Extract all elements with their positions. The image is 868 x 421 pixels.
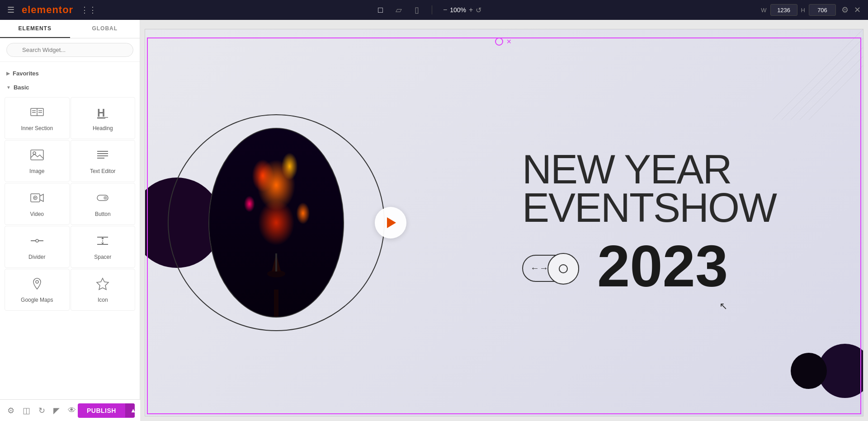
publish-label: PUBLISH <box>78 403 125 418</box>
grid-apps-icon[interactable]: ⋮⋮ <box>80 5 97 15</box>
widget-google-maps[interactable]: Google Maps <box>5 269 70 311</box>
toolbar-center: □ ▱ ▯ − 100% + ↺ <box>376 3 481 17</box>
inner-section-icon <box>30 105 44 122</box>
top-toolbar: ☰ elementor ⋮⋮ □ ▱ ▯ − 100% + ↺ W H ⚙ ✕ <box>0 0 868 20</box>
responsive-icon[interactable]: ◤ <box>52 404 61 417</box>
widget-divider[interactable]: Divider <box>5 226 70 268</box>
widgets-grid: Inner Section H Heading <box>0 94 140 313</box>
elementor-logo: elementor <box>22 4 73 16</box>
slider-arrow-left-icon: ← <box>530 263 539 273</box>
hamburger-menu-icon[interactable]: ☰ <box>7 5 14 15</box>
event-title: NEW YEAR EVENTSHOW <box>522 150 776 228</box>
text-editor-label: Text Editor <box>90 168 116 174</box>
zoom-control: − 100% + ↺ <box>443 6 482 14</box>
year-text: 2023 <box>597 237 728 295</box>
sidebar: ELEMENTS GLOBAL 🔍 ▶ Favorites ▼ Basic <box>0 20 140 421</box>
google-maps-label: Google Maps <box>21 297 53 303</box>
width-input[interactable] <box>770 4 797 16</box>
button-icon <box>95 191 110 207</box>
slider-thumb[interactable] <box>547 253 579 285</box>
svg-line-37 <box>800 29 863 120</box>
divider-icon <box>30 234 44 250</box>
video-icon <box>30 191 44 207</box>
height-label: H <box>801 7 805 14</box>
close-editor-icon[interactable]: ✕ <box>854 5 861 15</box>
svg-marker-29 <box>97 278 108 290</box>
event-title-line2: EVENTSHOW <box>522 189 776 228</box>
widget-button[interactable]: Button <box>71 183 136 225</box>
history-icon[interactable]: ↻ <box>37 404 47 417</box>
category-basic[interactable]: ▼ Basic <box>0 80 140 94</box>
widget-spacer[interactable]: Spacer <box>71 226 136 268</box>
mobile-device-icon[interactable]: ▯ <box>413 3 421 17</box>
main-layout: ELEMENTS GLOBAL 🔍 ▶ Favorites ▼ Basic <box>0 20 868 421</box>
favorites-label: Favorites <box>13 70 39 77</box>
orb-medium-decoration <box>791 353 827 389</box>
bottom-icons: ⚙ ◫ ↻ ◤ 👁 <box>5 404 78 417</box>
slider-track[interactable]: ← → <box>522 255 579 282</box>
spacer-label: Spacer <box>94 254 111 260</box>
svg-point-21 <box>36 239 38 242</box>
settings-bottom-icon[interactable]: ⚙ <box>5 404 16 417</box>
search-input[interactable] <box>6 43 133 57</box>
hero-text-section: NEW YEAR EVENTSHOW ← → 2023 <box>504 29 863 416</box>
svg-point-28 <box>36 281 38 283</box>
widget-text-editor[interactable]: Text Editor <box>71 140 136 182</box>
svg-rect-30 <box>274 290 278 317</box>
settings-icon[interactable]: ⚙ <box>841 5 849 15</box>
tablet-device-icon[interactable]: ▱ <box>394 3 404 17</box>
play-button[interactable] <box>375 207 406 239</box>
handle-close[interactable]: ✕ <box>505 37 513 46</box>
basic-label: Basic <box>14 84 29 91</box>
zoom-in-button[interactable]: + <box>469 6 473 14</box>
heading-icon: H <box>95 105 110 122</box>
widget-heading[interactable]: H Heading <box>71 97 136 139</box>
search-wrapper: 🔍 <box>6 43 133 57</box>
slider-row: ← → 2023 <box>522 241 728 295</box>
svg-marker-17 <box>34 197 37 199</box>
canvas-frame: ✕ <box>145 29 863 416</box>
toolbar-left: ☰ elementor ⋮⋮ <box>7 4 97 16</box>
icon-label: Icon <box>98 297 108 303</box>
dimensions-fields: W H <box>761 4 836 16</box>
svg-text:H: H <box>97 107 105 119</box>
toolbar-divider <box>432 5 432 14</box>
desktop-device-icon[interactable]: □ <box>376 4 385 17</box>
widget-inner-section[interactable]: Inner Section <box>5 97 70 139</box>
category-favorites[interactable]: ▶ Favorites <box>0 66 140 80</box>
slider-thumb-dot <box>559 264 568 273</box>
publish-button[interactable]: PUBLISH ▲ <box>78 403 135 418</box>
widget-icon[interactable]: Icon <box>71 269 136 311</box>
play-triangle-icon <box>387 217 396 228</box>
canvas-content: ✕ <box>145 29 863 416</box>
handle-dot-left[interactable] <box>495 37 503 46</box>
tab-elements[interactable]: ELEMENTS <box>0 20 70 38</box>
slider-arrow-right-icon: → <box>539 263 548 273</box>
basic-arrow-icon: ▼ <box>6 85 11 90</box>
publish-arrow-icon[interactable]: ▲ <box>125 403 135 417</box>
layers-icon[interactable]: ◫ <box>21 404 32 417</box>
toolbar-right: W H ⚙ ✕ <box>761 4 861 16</box>
svg-line-34 <box>773 29 863 120</box>
reset-zoom-icon[interactable]: ↺ <box>476 6 481 14</box>
hero-section <box>145 29 561 416</box>
svg-point-19 <box>104 196 107 200</box>
width-label: W <box>761 7 766 14</box>
canvas-area[interactable]: ✕ <box>140 20 868 421</box>
favorites-arrow-icon: ▶ <box>6 71 10 76</box>
image-label: Image <box>29 168 44 174</box>
sidebar-content: ▶ Favorites ▼ Basic <box>0 62 140 421</box>
preview-icon[interactable]: 👁 <box>66 404 78 417</box>
divider-label: Divider <box>28 254 45 260</box>
inner-section-label: Inner Section <box>21 125 53 131</box>
video-label: Video <box>30 211 44 217</box>
event-title-line1: NEW YEAR <box>522 150 776 189</box>
widget-video[interactable]: Video <box>5 183 70 225</box>
zoom-out-button[interactable]: − <box>443 6 447 14</box>
widget-image[interactable]: Image <box>5 140 70 182</box>
height-input[interactable] <box>809 4 836 16</box>
tab-global[interactable]: GLOBAL <box>70 20 140 38</box>
space-needle-svg <box>258 226 294 317</box>
spacer-icon <box>95 234 110 250</box>
selection-handles-top: ✕ <box>495 37 513 46</box>
